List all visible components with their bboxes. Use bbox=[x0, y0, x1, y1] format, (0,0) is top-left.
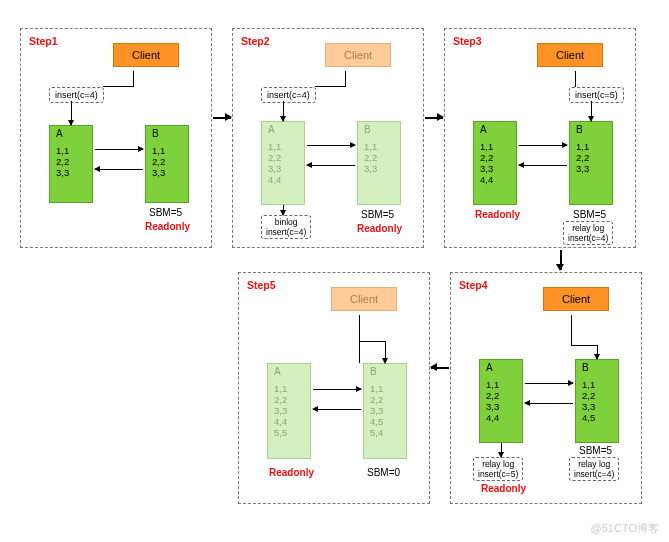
db-row: 4,4 bbox=[480, 175, 510, 186]
step2-insert-note: insert(c=4) bbox=[261, 87, 316, 103]
arrow bbox=[385, 341, 386, 363]
db-row: 3,3 bbox=[152, 168, 182, 179]
step4-db-b: B 1,1 2,2 3,3 4,5 bbox=[575, 359, 619, 443]
db-a-title: A bbox=[268, 124, 298, 135]
arrow-b-to-a bbox=[525, 403, 573, 404]
db-a-title: A bbox=[486, 362, 516, 373]
step4-readonly: Readonly bbox=[481, 483, 526, 494]
step5-client: Client bbox=[331, 287, 397, 311]
log-line: insert(c=4) bbox=[266, 227, 306, 237]
db-b-title: B bbox=[364, 124, 394, 135]
step1-db-a: A 1,1 2,2 3,3 bbox=[49, 125, 93, 203]
step2-label: Step2 bbox=[241, 35, 270, 47]
step3-insert-note: insert(c=5) bbox=[569, 87, 624, 103]
step2-binlog: binlog insert(c=4) bbox=[261, 215, 311, 239]
step4-relaylog-b: relay log insert(c=4) bbox=[569, 457, 619, 481]
db-a-title: A bbox=[274, 366, 304, 377]
arrow-step1-to-step2 bbox=[213, 117, 231, 119]
step4-db-a: A 1,1 2,2 3,3 4,4 bbox=[479, 359, 523, 443]
step3-relaylog: relay log insert(c=4) bbox=[563, 221, 613, 245]
arrow bbox=[501, 443, 502, 457]
step4-relaylog-a: relay log insert(c=5) bbox=[473, 457, 523, 481]
db-b-title: B bbox=[152, 128, 182, 139]
db-row: 4,4 bbox=[268, 175, 298, 186]
step3-readonly: Readonly bbox=[475, 209, 520, 220]
arrow-a-to-b bbox=[519, 145, 567, 146]
step3-db-b: B 1,1 2,2 3,3 bbox=[569, 121, 613, 205]
step5-label: Step5 bbox=[247, 279, 276, 291]
arrow-b-to-a bbox=[519, 165, 567, 166]
db-a-title: A bbox=[480, 124, 510, 135]
arrow bbox=[359, 315, 360, 363]
step3-label: Step3 bbox=[453, 35, 482, 47]
arrow bbox=[571, 345, 597, 346]
arrow-step3-to-step4 bbox=[560, 250, 562, 270]
arrow-step2-to-step3 bbox=[425, 117, 443, 119]
step2-db-a: A 1,1 2,2 3,3 4,4 bbox=[261, 121, 305, 205]
db-row: 3,3 bbox=[576, 164, 606, 175]
arrow bbox=[345, 71, 346, 87]
step2-sbm: SBM=5 bbox=[361, 209, 394, 220]
arrow-step4-to-step5 bbox=[431, 367, 449, 369]
arrow-a-to-b bbox=[95, 149, 143, 150]
db-row: 5,4 bbox=[370, 428, 400, 439]
arrow bbox=[359, 341, 385, 342]
step1-label: Step1 bbox=[29, 35, 58, 47]
step2-readonly: Readonly bbox=[357, 223, 402, 234]
db-row: 3,3 bbox=[56, 168, 86, 179]
db-a-title: A bbox=[56, 128, 86, 139]
step1-panel: Step1 Client insert(c=4) A 1,1 2,2 3,3 B… bbox=[20, 28, 212, 248]
step1-readonly: Readonly bbox=[145, 221, 190, 232]
arrow bbox=[575, 71, 576, 87]
arrow bbox=[571, 315, 572, 345]
log-line: relay log bbox=[478, 459, 518, 469]
step5-sbm: SBM=0 bbox=[367, 467, 400, 478]
log-line: relay log bbox=[568, 223, 608, 233]
log-line: insert(c=5) bbox=[478, 469, 518, 479]
db-b-title: B bbox=[582, 362, 612, 373]
db-b-title: B bbox=[370, 366, 400, 377]
arrow-b-to-a bbox=[95, 169, 143, 170]
step4-label: Step4 bbox=[459, 279, 488, 291]
step1-insert-note: insert(c=4) bbox=[49, 87, 104, 103]
arrow bbox=[591, 101, 592, 121]
arrow-a-to-b bbox=[525, 383, 573, 384]
log-line: insert(c=4) bbox=[574, 469, 614, 479]
arrow-b-to-a bbox=[307, 165, 355, 166]
step3-sbm: SBM=5 bbox=[573, 209, 606, 220]
step4-sbm: SBM=5 bbox=[579, 445, 612, 456]
db-row: 3,3 bbox=[364, 164, 394, 175]
step2-panel: Step2 Client insert(c=4) A 1,1 2,2 3,3 4… bbox=[232, 28, 424, 248]
arrow bbox=[71, 101, 72, 125]
row-1: Step1 Client insert(c=4) A 1,1 2,2 3,3 B… bbox=[20, 28, 649, 248]
log-line: binlog bbox=[266, 217, 306, 227]
row-2: Step5 Client A 1,1 2,2 3,3 4,4 5,5 B 1,1… bbox=[20, 272, 649, 504]
arrow bbox=[133, 71, 134, 87]
arrow-b-to-a bbox=[313, 409, 361, 410]
step5-readonly: Readonly bbox=[269, 467, 314, 478]
step3-client: Client bbox=[537, 43, 603, 67]
arrow bbox=[315, 86, 345, 87]
db-row: 5,5 bbox=[274, 428, 304, 439]
step5-panel: Step5 Client A 1,1 2,2 3,3 4,4 5,5 B 1,1… bbox=[238, 272, 430, 504]
arrow bbox=[103, 86, 133, 87]
log-line: relay log bbox=[574, 459, 614, 469]
db-row: 4,4 bbox=[486, 413, 516, 424]
arrow bbox=[283, 205, 284, 215]
step1-sbm: SBM=5 bbox=[149, 207, 182, 218]
step4-client: Client bbox=[543, 287, 609, 311]
step3-panel: Step3 Client insert(c=5) A 1,1 2,2 3,3 4… bbox=[444, 28, 636, 248]
arrow-a-to-b bbox=[307, 145, 355, 146]
watermark: @51CTO博客 bbox=[591, 521, 659, 536]
step4-panel: Step4 Client A 1,1 2,2 3,3 4,4 B 1,1 2,2… bbox=[450, 272, 642, 504]
step5-db-b: B 1,1 2,2 3,3 4,5 5,4 bbox=[363, 363, 407, 459]
step2-db-b: B 1,1 2,2 3,3 bbox=[357, 121, 401, 205]
log-line: insert(c=4) bbox=[568, 233, 608, 243]
step1-client: Client bbox=[113, 43, 179, 67]
arrow-a-to-b bbox=[313, 389, 361, 390]
step1-db-b: B 1,1 2,2 3,3 bbox=[145, 125, 189, 203]
db-b-title: B bbox=[576, 124, 606, 135]
db-row: 4,5 bbox=[582, 413, 612, 424]
arrow bbox=[597, 345, 598, 359]
step5-db-a: A 1,1 2,2 3,3 4,4 5,5 bbox=[267, 363, 311, 459]
